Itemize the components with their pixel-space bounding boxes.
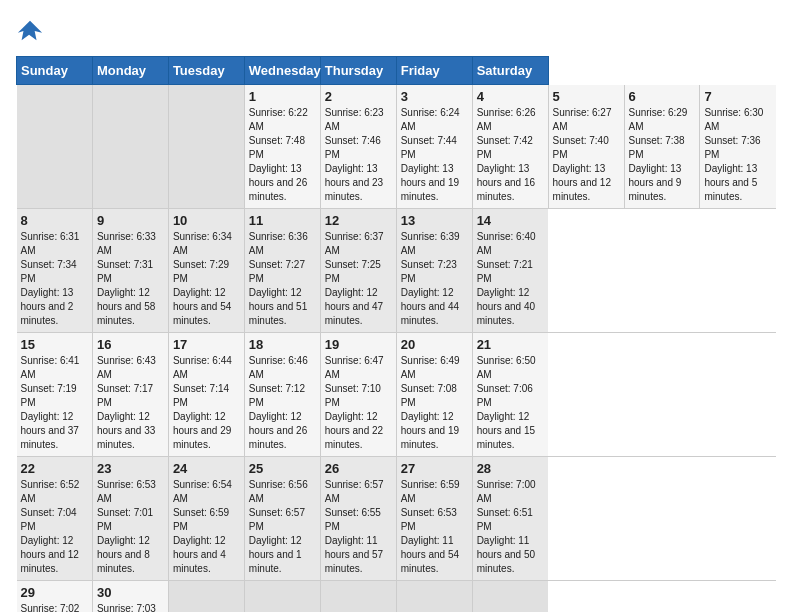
cell-content: Sunrise: 6:56 AMSunset: 6:57 PMDaylight:… <box>249 479 308 574</box>
calendar-cell: 5 Sunrise: 6:27 AMSunset: 7:40 PMDayligh… <box>548 85 624 209</box>
cell-content: Sunrise: 6:41 AMSunset: 7:19 PMDaylight:… <box>21 355 80 450</box>
calendar-cell: 25 Sunrise: 6:56 AMSunset: 6:57 PMDaylig… <box>244 457 320 581</box>
day-number: 10 <box>173 213 240 228</box>
weekday-header: Sunday <box>17 57 93 85</box>
weekday-header: Wednesday <box>244 57 320 85</box>
day-number: 20 <box>401 337 468 352</box>
cell-content: Sunrise: 7:00 AMSunset: 6:51 PMDaylight:… <box>477 479 536 574</box>
day-number: 23 <box>97 461 164 476</box>
weekday-header: Saturday <box>472 57 548 85</box>
cell-content: Sunrise: 6:54 AMSunset: 6:59 PMDaylight:… <box>173 479 232 574</box>
day-number: 5 <box>553 89 620 104</box>
cell-content: Sunrise: 6:26 AMSunset: 7:42 PMDaylight:… <box>477 107 536 202</box>
day-number: 30 <box>97 585 164 600</box>
cell-content: Sunrise: 6:24 AMSunset: 7:44 PMDaylight:… <box>401 107 460 202</box>
cell-content: Sunrise: 6:50 AMSunset: 7:06 PMDaylight:… <box>477 355 536 450</box>
cell-content: Sunrise: 6:43 AMSunset: 7:17 PMDaylight:… <box>97 355 156 450</box>
calendar-week-row: 15 Sunrise: 6:41 AMSunset: 7:19 PMDaylig… <box>17 333 777 457</box>
cell-content: Sunrise: 6:46 AMSunset: 7:12 PMDaylight:… <box>249 355 308 450</box>
cell-content: Sunrise: 6:30 AMSunset: 7:36 PMDaylight:… <box>704 107 763 202</box>
calendar-cell: 9 Sunrise: 6:33 AMSunset: 7:31 PMDayligh… <box>92 209 168 333</box>
cell-content: Sunrise: 6:29 AMSunset: 7:38 PMDaylight:… <box>629 107 688 202</box>
day-number: 29 <box>21 585 88 600</box>
calendar-cell: 2 Sunrise: 6:23 AMSunset: 7:46 PMDayligh… <box>320 85 396 209</box>
cell-content: Sunrise: 6:23 AMSunset: 7:46 PMDaylight:… <box>325 107 384 202</box>
cell-content: Sunrise: 6:36 AMSunset: 7:27 PMDaylight:… <box>249 231 308 326</box>
page-header <box>16 16 776 44</box>
calendar-cell: 22 Sunrise: 6:52 AMSunset: 7:04 PMDaylig… <box>17 457 93 581</box>
calendar-cell: 24 Sunrise: 6:54 AMSunset: 6:59 PMDaylig… <box>168 457 244 581</box>
day-number: 16 <box>97 337 164 352</box>
day-number: 11 <box>249 213 316 228</box>
day-number: 6 <box>629 89 696 104</box>
calendar-cell: 19 Sunrise: 6:47 AMSunset: 7:10 PMDaylig… <box>320 333 396 457</box>
day-number: 25 <box>249 461 316 476</box>
cell-content: Sunrise: 6:57 AMSunset: 6:55 PMDaylight:… <box>325 479 384 574</box>
calendar-cell <box>92 85 168 209</box>
cell-content: Sunrise: 6:33 AMSunset: 7:31 PMDaylight:… <box>97 231 156 326</box>
day-number: 2 <box>325 89 392 104</box>
cell-content: Sunrise: 6:37 AMSunset: 7:25 PMDaylight:… <box>325 231 384 326</box>
calendar-cell <box>168 581 244 613</box>
logo <box>16 16 48 44</box>
weekday-header: Friday <box>396 57 472 85</box>
cell-content: Sunrise: 6:59 AMSunset: 6:53 PMDaylight:… <box>401 479 460 574</box>
day-number: 27 <box>401 461 468 476</box>
calendar-cell: 3 Sunrise: 6:24 AMSunset: 7:44 PMDayligh… <box>396 85 472 209</box>
calendar-cell: 4 Sunrise: 6:26 AMSunset: 7:42 PMDayligh… <box>472 85 548 209</box>
calendar-cell: 16 Sunrise: 6:43 AMSunset: 7:17 PMDaylig… <box>92 333 168 457</box>
day-number: 7 <box>704 89 772 104</box>
calendar-cell: 30 Sunrise: 7:03 AMSunset: 6:47 PMDaylig… <box>92 581 168 613</box>
calendar-cell: 29 Sunrise: 7:02 AMSunset: 6:49 PMDaylig… <box>17 581 93 613</box>
logo-icon <box>16 16 44 44</box>
calendar-cell <box>472 581 548 613</box>
cell-content: Sunrise: 6:52 AMSunset: 7:04 PMDaylight:… <box>21 479 80 574</box>
calendar-cell: 1 Sunrise: 6:22 AMSunset: 7:48 PMDayligh… <box>244 85 320 209</box>
calendar-cell: 7 Sunrise: 6:30 AMSunset: 7:36 PMDayligh… <box>700 85 776 209</box>
calendar-cell: 12 Sunrise: 6:37 AMSunset: 7:25 PMDaylig… <box>320 209 396 333</box>
day-number: 21 <box>477 337 544 352</box>
cell-content: Sunrise: 6:49 AMSunset: 7:08 PMDaylight:… <box>401 355 460 450</box>
calendar-cell: 10 Sunrise: 6:34 AMSunset: 7:29 PMDaylig… <box>168 209 244 333</box>
cell-content: Sunrise: 6:40 AMSunset: 7:21 PMDaylight:… <box>477 231 536 326</box>
calendar-cell <box>168 85 244 209</box>
calendar-week-row: 29 Sunrise: 7:02 AMSunset: 6:49 PMDaylig… <box>17 581 777 613</box>
cell-content: Sunrise: 7:02 AMSunset: 6:49 PMDaylight:… <box>21 603 80 612</box>
weekday-header-row: SundayMondayTuesdayWednesdayThursdayFrid… <box>17 57 777 85</box>
calendar-cell: 14 Sunrise: 6:40 AMSunset: 7:21 PMDaylig… <box>472 209 548 333</box>
calendar-cell: 26 Sunrise: 6:57 AMSunset: 6:55 PMDaylig… <box>320 457 396 581</box>
day-number: 12 <box>325 213 392 228</box>
cell-content: Sunrise: 7:03 AMSunset: 6:47 PMDaylight:… <box>97 603 156 612</box>
day-number: 19 <box>325 337 392 352</box>
day-number: 4 <box>477 89 544 104</box>
day-number: 17 <box>173 337 240 352</box>
day-number: 15 <box>21 337 88 352</box>
calendar-cell: 23 Sunrise: 6:53 AMSunset: 7:01 PMDaylig… <box>92 457 168 581</box>
calendar-cell <box>244 581 320 613</box>
svg-marker-0 <box>18 21 42 41</box>
calendar-cell: 8 Sunrise: 6:31 AMSunset: 7:34 PMDayligh… <box>17 209 93 333</box>
calendar-cell: 17 Sunrise: 6:44 AMSunset: 7:14 PMDaylig… <box>168 333 244 457</box>
weekday-header: Tuesday <box>168 57 244 85</box>
cell-content: Sunrise: 6:22 AMSunset: 7:48 PMDaylight:… <box>249 107 308 202</box>
calendar-cell: 11 Sunrise: 6:36 AMSunset: 7:27 PMDaylig… <box>244 209 320 333</box>
day-number: 9 <box>97 213 164 228</box>
cell-content: Sunrise: 6:44 AMSunset: 7:14 PMDaylight:… <box>173 355 232 450</box>
calendar-week-row: 22 Sunrise: 6:52 AMSunset: 7:04 PMDaylig… <box>17 457 777 581</box>
calendar-cell <box>17 85 93 209</box>
calendar-cell: 20 Sunrise: 6:49 AMSunset: 7:08 PMDaylig… <box>396 333 472 457</box>
calendar-cell <box>320 581 396 613</box>
cell-content: Sunrise: 6:31 AMSunset: 7:34 PMDaylight:… <box>21 231 80 326</box>
day-number: 14 <box>477 213 544 228</box>
day-number: 8 <box>21 213 88 228</box>
calendar-cell: 6 Sunrise: 6:29 AMSunset: 7:38 PMDayligh… <box>624 85 700 209</box>
cell-content: Sunrise: 6:47 AMSunset: 7:10 PMDaylight:… <box>325 355 384 450</box>
cell-content: Sunrise: 6:27 AMSunset: 7:40 PMDaylight:… <box>553 107 612 202</box>
calendar-cell: 21 Sunrise: 6:50 AMSunset: 7:06 PMDaylig… <box>472 333 548 457</box>
calendar-cell: 15 Sunrise: 6:41 AMSunset: 7:19 PMDaylig… <box>17 333 93 457</box>
weekday-header: Monday <box>92 57 168 85</box>
day-number: 3 <box>401 89 468 104</box>
day-number: 18 <box>249 337 316 352</box>
weekday-header: Thursday <box>320 57 396 85</box>
calendar-cell: 18 Sunrise: 6:46 AMSunset: 7:12 PMDaylig… <box>244 333 320 457</box>
